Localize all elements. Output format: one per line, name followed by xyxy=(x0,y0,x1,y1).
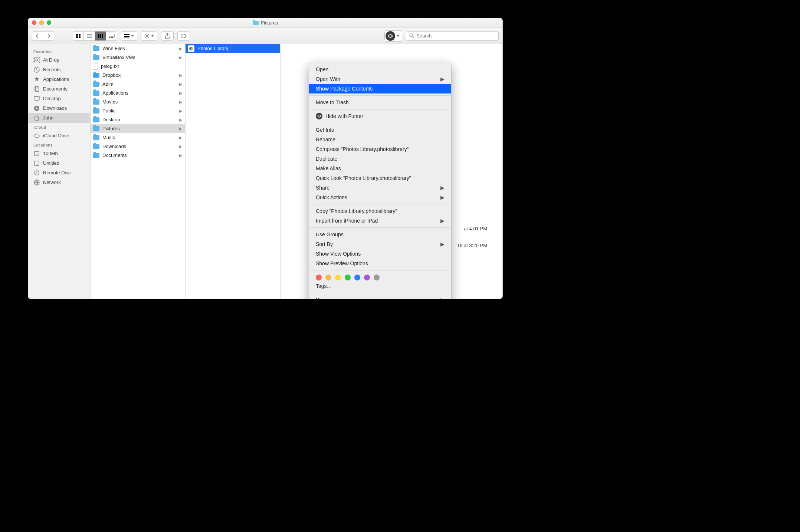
desktop-icon xyxy=(33,95,40,102)
svg-point-20 xyxy=(410,34,413,37)
tag-color-dot[interactable] xyxy=(364,275,370,280)
search-field[interactable] xyxy=(406,31,499,41)
column-row[interactable]: Desktop▶ xyxy=(91,115,185,124)
funter-toolbar-button[interactable] xyxy=(384,30,402,42)
zoom-button[interactable] xyxy=(47,20,51,25)
menu-item[interactable]: Rename xyxy=(309,135,451,144)
column-row[interactable]: Music▶ xyxy=(91,133,185,142)
menu-item[interactable]: Sort By▶ xyxy=(309,239,451,249)
svg-point-18 xyxy=(146,35,148,37)
column-row[interactable]: Applications▶ xyxy=(91,89,185,98)
column-view-button[interactable] xyxy=(95,31,106,41)
column-row[interactable]: Movies▶ xyxy=(91,98,185,106)
sidebar-section-header: Locations xyxy=(28,141,90,149)
menu-item[interactable]: Copy “Photos Library.photoslibrary” xyxy=(309,206,451,216)
menu-item[interactable]: Get Info xyxy=(309,125,451,135)
sidebar-item-recents[interactable]: Recents xyxy=(28,65,90,75)
tag-color-dot[interactable] xyxy=(316,275,322,280)
chevron-right-icon: ▶ xyxy=(440,217,445,225)
sidebar-item-remote-disc[interactable]: Remote Disc xyxy=(28,168,90,178)
tag-color-dot[interactable] xyxy=(325,275,331,280)
column-row[interactable]: Documents▶ xyxy=(91,151,185,160)
menu-separator xyxy=(309,109,451,109)
sidebar: FavoritesAirDropRecentsApplicationsDocum… xyxy=(28,44,91,299)
folder-icon xyxy=(93,99,99,105)
column-row[interactable]: Photos Library xyxy=(186,44,280,53)
chevron-right-icon: ▶ xyxy=(179,143,182,150)
chevron-right-icon: ▶ xyxy=(440,193,445,201)
menu-item[interactable]: Open With▶ xyxy=(309,74,451,84)
grid-icon xyxy=(124,34,129,38)
menu-item[interactable]: Hide with Funter xyxy=(309,111,451,121)
menu-item[interactable]: Show Preview Options xyxy=(309,259,451,268)
sidebar-item-john[interactable]: John xyxy=(28,113,90,123)
column-row[interactable]: VirtualBox VMs▶ xyxy=(91,53,185,62)
folder-icon xyxy=(93,91,99,96)
tag-color-dot[interactable] xyxy=(354,275,360,280)
column-row[interactable]: Dropbox▶ xyxy=(91,71,185,80)
sidebar-item-network[interactable]: Network xyxy=(28,178,90,187)
share-button[interactable] xyxy=(161,31,174,41)
chevron-right-icon: ▶ xyxy=(179,98,182,106)
menu-item[interactable]: Open xyxy=(309,65,451,74)
icon-view-button[interactable] xyxy=(73,31,84,41)
tag-color-dot[interactable] xyxy=(345,275,351,280)
menu-item[interactable]: Make Alias xyxy=(309,164,451,173)
sidebar-item-100mb[interactable]: 100Mb xyxy=(28,149,90,158)
column-row[interactable]: pslog.txt xyxy=(91,62,185,71)
sidebar-item-untitled[interactable]: Untitled xyxy=(28,158,90,168)
menu-item[interactable]: Import from iPhone or iPad▶ xyxy=(309,216,451,226)
menu-item[interactable]: Show View Options xyxy=(309,249,451,259)
sidebar-item-airdrop[interactable]: AirDrop xyxy=(28,55,90,65)
svg-rect-16 xyxy=(126,36,128,37)
gallery-view-button[interactable] xyxy=(106,31,117,41)
column-row[interactable]: Adlm▶ xyxy=(91,80,185,89)
chevron-right-icon: ▶ xyxy=(440,240,445,248)
eye-icon xyxy=(386,31,395,41)
sidebar-item-label: Downloads xyxy=(43,105,67,112)
menu-item[interactable]: Quick Look “Photos Library.photoslibrary… xyxy=(309,173,451,183)
column-row[interactable]: Wine Files▶ xyxy=(91,44,185,53)
menu-item[interactable]: Quick Actions▶ xyxy=(309,193,451,202)
tags-button[interactable] xyxy=(177,31,190,41)
applications-icon xyxy=(33,76,40,83)
column-1: Wine Files▶VirtualBox VMs▶pslog.txtDropb… xyxy=(91,44,186,299)
photos-library-icon xyxy=(188,45,194,52)
menu-item[interactable]: Duplicate xyxy=(309,154,451,164)
sidebar-item-icloud-drive[interactable]: iCloud Drive xyxy=(28,131,90,141)
search-input[interactable] xyxy=(416,33,495,39)
chevron-down-icon xyxy=(397,35,400,37)
home-icon xyxy=(33,115,40,121)
column-row[interactable]: Public▶ xyxy=(91,106,185,115)
documents-icon xyxy=(33,86,40,92)
group-by-button[interactable] xyxy=(121,31,137,41)
close-button[interactable] xyxy=(32,20,36,25)
sidebar-item-downloads[interactable]: Downloads xyxy=(28,104,90,113)
sidebar-item-applications[interactable]: Applications xyxy=(28,75,90,84)
column-row[interactable]: Pictures▶ xyxy=(91,124,185,133)
minimize-button[interactable] xyxy=(39,20,44,25)
svg-rect-2 xyxy=(76,36,78,38)
menu-item[interactable]: Show Package Contents xyxy=(309,84,451,93)
back-button[interactable] xyxy=(32,31,43,41)
menu-item[interactable]: Move to Trash xyxy=(309,98,451,107)
list-view-button[interactable] xyxy=(84,31,95,41)
sidebar-item-documents[interactable]: Documents xyxy=(28,84,90,94)
sidebar-item-label: Network xyxy=(43,179,61,186)
menu-item[interactable]: Services▶ xyxy=(309,295,451,299)
tag-color-dot[interactable] xyxy=(374,275,380,280)
menu-item[interactable]: Share▶ xyxy=(309,183,451,193)
forward-button[interactable] xyxy=(43,31,54,41)
tag-color-dot[interactable] xyxy=(335,275,341,280)
action-button[interactable] xyxy=(141,31,157,41)
menu-item[interactable]: Tags… xyxy=(309,281,451,291)
svg-rect-14 xyxy=(128,34,129,35)
sidebar-item-desktop[interactable]: Desktop xyxy=(28,94,90,104)
column-row[interactable]: Downloads▶ xyxy=(91,142,185,151)
menu-item-label: Show Preview Options xyxy=(316,259,368,267)
row-label: Photos Library xyxy=(197,45,229,52)
menu-item[interactable]: Compress “Photos Library.photoslibrary” xyxy=(309,144,451,154)
chevron-right-icon: ▶ xyxy=(179,152,182,159)
menu-item[interactable]: Use Groups xyxy=(309,230,451,239)
menu-item-label: Rename xyxy=(316,135,335,144)
